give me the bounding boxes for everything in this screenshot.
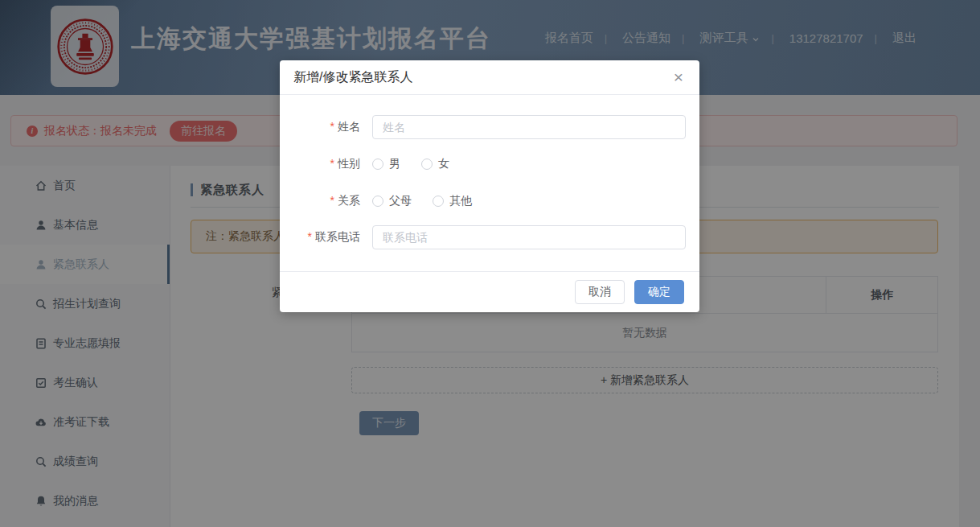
- gender-male-radio[interactable]: 男: [372, 157, 400, 171]
- confirm-button[interactable]: 确定: [634, 280, 684, 304]
- phone-input[interactable]: [372, 225, 686, 249]
- gender-female-radio[interactable]: 女: [421, 157, 449, 171]
- name-label: 姓名: [338, 120, 360, 133]
- radio-icon: [372, 196, 383, 207]
- page: 上海交通大学强基计划报名平台 报名首页 公告通知 测评工具 1312782170…: [0, 0, 980, 527]
- dialog-header: 新增/修改紧急联系人 ×: [280, 60, 699, 95]
- relationship-other-radio[interactable]: 其他: [433, 194, 472, 208]
- dialog-body: *姓名 *性别 男 女 *: [280, 95, 699, 249]
- relationship-label: 关系: [338, 194, 360, 207]
- form-row-name: *姓名: [280, 115, 699, 139]
- form-row-relationship: *关系 父母 其他: [280, 189, 699, 213]
- relationship-parent-radio[interactable]: 父母: [372, 194, 412, 208]
- dialog-title: 新增/修改紧急联系人: [293, 69, 412, 86]
- radio-icon: [421, 159, 433, 170]
- cancel-button[interactable]: 取消: [575, 280, 625, 304]
- required-marker: *: [308, 230, 312, 243]
- form-row-phone: *联系电话: [280, 225, 699, 249]
- form-row-gender: *性别 男 女: [280, 152, 699, 176]
- close-icon[interactable]: ×: [668, 67, 689, 88]
- required-marker: *: [330, 157, 334, 170]
- phone-label: 联系电话: [315, 230, 360, 243]
- emergency-contact-dialog: 新增/修改紧急联系人 × *姓名 *性别 男 女: [280, 60, 699, 312]
- name-input[interactable]: [372, 115, 686, 139]
- gender-label: 性别: [338, 157, 360, 170]
- dialog-footer: 取消 确定: [280, 271, 699, 312]
- required-marker: *: [330, 120, 334, 133]
- radio-icon: [433, 196, 444, 207]
- required-marker: *: [330, 194, 334, 207]
- radio-icon: [372, 159, 383, 170]
